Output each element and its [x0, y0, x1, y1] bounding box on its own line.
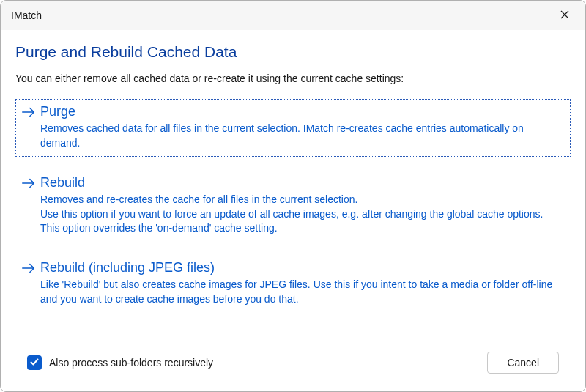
- recursive-checkbox[interactable]: [27, 355, 42, 370]
- titlebar: IMatch: [1, 1, 585, 30]
- dialog-content: Purge and Rebuild Cached Data You can ei…: [1, 30, 585, 391]
- dialog-footer: Also process sub-folders recursively Can…: [15, 344, 571, 384]
- option-title: Rebuild: [40, 174, 566, 191]
- option-title: Rebuild (including JPEG files): [40, 259, 566, 276]
- arrow-right-icon: [20, 103, 37, 121]
- option-body: Purge Removes cached data for all files …: [40, 103, 566, 151]
- close-button[interactable]: [552, 5, 578, 26]
- dialog-window: IMatch Purge and Rebuild Cached Data You…: [0, 0, 586, 392]
- option-desc: Like 'Rebuild' but also creates cache im…: [40, 278, 566, 306]
- option-rebuild-jpeg[interactable]: Rebuild (including JPEG files) Like 'Reb…: [15, 255, 571, 313]
- option-desc: Removes cached data for all files in the…: [40, 122, 566, 150]
- option-rebuild[interactable]: Rebuild Removes and re-creates the cache…: [15, 170, 571, 242]
- option-title: Purge: [40, 103, 566, 120]
- cancel-button[interactable]: Cancel: [487, 352, 559, 374]
- page-title: Purge and Rebuild Cached Data: [15, 43, 571, 61]
- option-body: Rebuild Removes and re-creates the cache…: [40, 174, 566, 236]
- recursive-checkbox-row[interactable]: Also process sub-folders recursively: [27, 355, 213, 370]
- option-purge[interactable]: Purge Removes cached data for all files …: [15, 99, 571, 157]
- option-body: Rebuild (including JPEG files) Like 'Reb…: [40, 259, 566, 307]
- checkmark-icon: [29, 357, 40, 369]
- option-desc: Removes and re-creates the cache for all…: [40, 193, 566, 236]
- window-title: IMatch: [11, 10, 42, 21]
- recursive-checkbox-label: Also process sub-folders recursively: [49, 357, 213, 369]
- close-icon: [560, 10, 569, 21]
- arrow-right-icon: [20, 174, 37, 192]
- arrow-right-icon: [20, 259, 37, 277]
- options-list: Purge Removes cached data for all files …: [15, 99, 571, 312]
- intro-text: You can either remove all cached data or…: [15, 73, 571, 84]
